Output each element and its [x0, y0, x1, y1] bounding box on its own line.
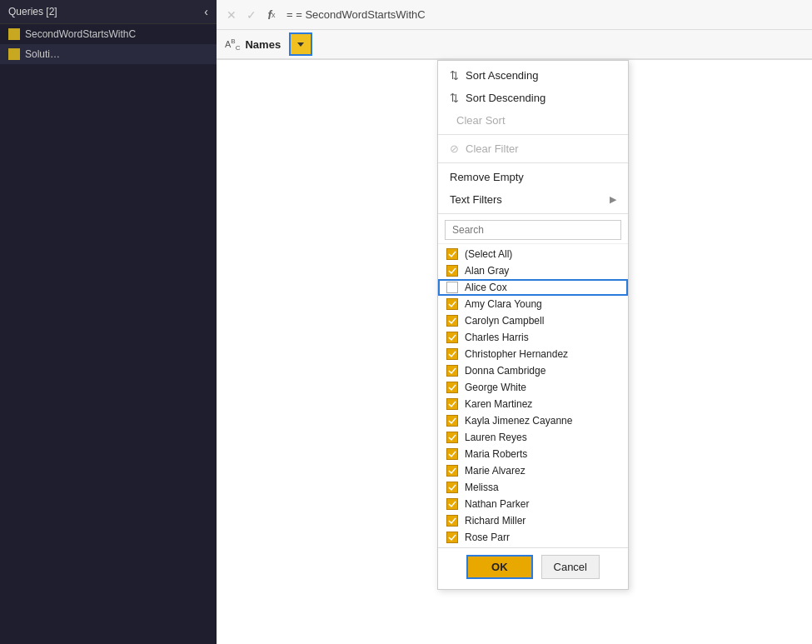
check-item-george_white[interactable]: George White [438, 379, 628, 396]
check-item-richard_miller[interactable]: Richard Miller [438, 512, 628, 529]
check-label-melissa: Melissa [465, 482, 499, 493]
check-item-rose_parr[interactable]: Rose Parr [438, 529, 628, 546]
column-header-row: ABC Names [217, 30, 812, 60]
sort-ascending-label: Sort Ascending [466, 69, 538, 82]
check-item-kayla_jimenez_cayanne[interactable]: Kayla Jimenez Cayanne [438, 412, 628, 429]
queries-panel-header: Queries [2] ‹ [0, 0, 217, 24]
query1-label: SecondWordStartsWithC [25, 28, 136, 40]
check-label-maria_roberts: Maria Roberts [465, 448, 527, 460]
check-label-george_white: George White [465, 382, 526, 393]
check-item-lauren_reyes[interactable]: Lauren Reyes [438, 429, 628, 446]
checkbox-carolyn_campbell[interactable] [446, 315, 458, 327]
checkbox-george_white[interactable] [446, 382, 458, 393]
checkbox-maria_roberts[interactable] [446, 448, 458, 460]
check-item-select_all[interactable]: (Select All) [438, 246, 628, 262]
check-item-karen_martinez[interactable]: Karen Martinez [438, 396, 628, 412]
check-item-amy_clara_young[interactable]: Amy Clara Young [438, 296, 628, 312]
sort-ascending-item[interactable]: ⇅ Sort Ascending [438, 64, 628, 87]
text-filters-item[interactable]: Text Filters ▶ [438, 188, 628, 211]
checkbox-melissa[interactable] [446, 482, 458, 493]
checkbox-charles_harris[interactable] [446, 332, 458, 343]
checkbox-select_all[interactable] [446, 248, 458, 260]
close-formula-icon[interactable]: ✕ [223, 7, 240, 23]
check-label-christopher_hernandez: Christopher Hernandez [465, 348, 568, 360]
check-item-donna_cambridge[interactable]: Donna Cambridge [438, 362, 628, 379]
check-label-carolyn_campbell: Carolyn Campbell [465, 315, 544, 327]
checkbox-donna_cambridge[interactable] [446, 365, 458, 377]
checkbox-christopher_hernandez[interactable] [446, 348, 458, 360]
check-label-karen_martinez: Karen Martinez [465, 398, 532, 410]
col-name-label: Names [245, 38, 281, 51]
check-label-kayla_jimenez_cayanne: Kayla Jimenez Cayanne [465, 415, 572, 427]
check-label-rose_parr: Rose Parr [465, 532, 510, 543]
check-item-melissa[interactable]: Melissa [438, 479, 628, 496]
checkbox-list: (Select All)Alan GrayAlice CoxAmy Clara … [438, 243, 628, 547]
menu-separator-1 [438, 134, 628, 135]
checkbox-lauren_reyes[interactable] [446, 432, 458, 443]
remove-empty-item[interactable]: Remove Empty [438, 166, 628, 188]
ok-button[interactable]: OK [466, 555, 533, 579]
check-label-select_all: (Select All) [465, 248, 512, 260]
checkbox-richard_miller[interactable] [446, 515, 458, 527]
col-type-icon: ABC [225, 37, 240, 52]
check-item-alan_gray[interactable]: Alan Gray [438, 262, 628, 279]
check-item-alice_cox[interactable]: Alice Cox [438, 279, 628, 296]
sort-descending-label: Sort Descending [466, 92, 545, 104]
check-item-christopher_hernandez[interactable]: Christopher Hernandez [438, 346, 628, 362]
remove-empty-label: Remove Empty [450, 171, 524, 183]
svg-marker-0 [297, 42, 304, 47]
column-dropdown-button[interactable] [289, 32, 312, 56]
left-panel: Queries [2] ‹ SecondWordStartsWithC Solu… [0, 0, 217, 644]
check-item-maria_roberts[interactable]: Maria Roberts [438, 446, 628, 462]
check-label-richard_miller: Richard Miller [465, 515, 526, 527]
menu-separator-2 [438, 162, 628, 163]
check-item-marie_alvarez[interactable]: Marie Alvarez [438, 462, 628, 479]
checkbox-alice_cox[interactable] [446, 282, 458, 293]
check-item-charles_harris[interactable]: Charles Harris [438, 329, 628, 346]
checkbox-nathan_parker[interactable] [446, 498, 458, 510]
clear-sort-label: Clear Sort [456, 114, 506, 127]
main-content: ✕ ✓ fx = = SecondWordStartsWithC ABC Nam… [217, 0, 812, 644]
menu-separator-3 [438, 213, 628, 214]
clear-filter-label: Clear Filter [466, 142, 519, 155]
check-label-charles_harris: Charles Harris [465, 332, 529, 343]
check-label-amy_clara_young: Amy Clara Young [465, 298, 542, 310]
check-label-alice_cox: Alice Cox [465, 282, 507, 293]
dropdown-footer: OK Cancel [438, 547, 628, 586]
sort-descending-item[interactable]: ⇅ Sort Descending [438, 87, 628, 109]
checkbox-amy_clara_young[interactable] [446, 298, 458, 310]
sidebar-item-query1[interactable]: SecondWordStartsWithC [0, 24, 217, 44]
formula-value: = SecondWordStartsWithC [296, 8, 425, 21]
check-label-donna_cambridge: Donna Cambridge [465, 365, 545, 377]
clear-filter-item: ⊘ Clear Filter [438, 137, 628, 160]
checkbox-alan_gray[interactable] [446, 265, 458, 277]
clear-sort-item: Clear Sort [438, 109, 628, 132]
check-label-lauren_reyes: Lauren Reyes [465, 432, 527, 443]
checkbox-kayla_jimenez_cayanne[interactable] [446, 415, 458, 427]
check-label-alan_gray: Alan Gray [465, 265, 509, 277]
column-names-header[interactable]: ABC Names [217, 30, 321, 58]
checkbox-karen_martinez[interactable] [446, 398, 458, 410]
table-icon-query1 [8, 28, 20, 40]
check-item-nathan_parker[interactable]: Nathan Parker [438, 496, 628, 512]
checkbox-rose_parr[interactable] [446, 532, 458, 543]
sort-asc-icon: ⇅ [450, 69, 459, 82]
clear-filter-icon: ⊘ [450, 142, 459, 155]
sidebar-item-query2[interactable]: Soluti… [0, 44, 217, 64]
formula-text: = = SecondWordStartsWithC [286, 8, 426, 21]
collapse-icon[interactable]: ‹ [204, 5, 208, 18]
cancel-button[interactable]: Cancel [541, 555, 600, 579]
filter-dropdown-menu: ⇅ Sort Ascending ⇅ Sort Descending Clear… [437, 60, 629, 590]
check-item-carolyn_campbell[interactable]: Carolyn Campbell [438, 312, 628, 329]
queries-label: Queries [2] [8, 6, 57, 17]
check-formula-icon[interactable]: ✓ [243, 7, 260, 23]
formula-bar-icons: ✕ ✓ fx [223, 7, 280, 23]
query2-label: Soluti… [25, 48, 60, 60]
search-input[interactable] [445, 220, 621, 240]
check-label-nathan_parker: Nathan Parker [465, 498, 529, 510]
sort-desc-icon: ⇅ [450, 92, 459, 104]
equals-sign: = [286, 8, 296, 21]
text-filters-label: Text Filters [450, 193, 502, 206]
checkbox-marie_alvarez[interactable] [446, 465, 458, 477]
check-label-marie_alvarez: Marie Alvarez [465, 465, 526, 477]
